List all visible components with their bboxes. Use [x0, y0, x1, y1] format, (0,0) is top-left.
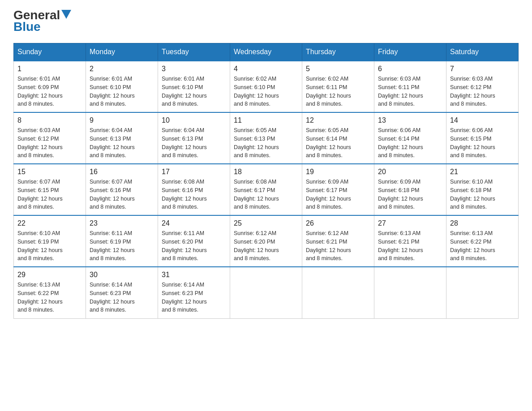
- day-number: 24: [162, 219, 226, 227]
- calendar-cell: 24 Sunrise: 6:11 AM Sunset: 6:20 PM Dayl…: [158, 215, 230, 267]
- day-info: Sunrise: 6:10 AM Sunset: 6:19 PM Dayligh…: [17, 229, 82, 263]
- day-info: Sunrise: 6:06 AM Sunset: 6:15 PM Dayligh…: [450, 126, 515, 160]
- calendar-cell: 8 Sunrise: 6:03 AM Sunset: 6:12 PM Dayli…: [14, 112, 86, 164]
- day-info: Sunrise: 6:08 AM Sunset: 6:16 PM Dayligh…: [162, 178, 226, 211]
- svg-marker-0: [61, 10, 71, 19]
- calendar-cell: 20 Sunrise: 6:09 AM Sunset: 6:18 PM Dayl…: [374, 164, 446, 215]
- week-row-1: 1 Sunrise: 6:01 AM Sunset: 6:09 PM Dayli…: [14, 61, 519, 112]
- calendar-cell: 12 Sunrise: 6:05 AM Sunset: 6:14 PM Dayl…: [302, 112, 374, 164]
- day-number: 11: [234, 116, 298, 124]
- day-info: Sunrise: 6:11 AM Sunset: 6:20 PM Dayligh…: [162, 229, 226, 263]
- calendar-cell: 7 Sunrise: 6:03 AM Sunset: 6:12 PM Dayli…: [446, 61, 519, 112]
- calendar-cell: 5 Sunrise: 6:02 AM Sunset: 6:11 PM Dayli…: [302, 61, 374, 112]
- day-number: 9: [90, 116, 154, 124]
- day-number: 2: [90, 65, 154, 73]
- day-info: Sunrise: 6:03 AM Sunset: 6:12 PM Dayligh…: [17, 126, 82, 160]
- week-row-2: 8 Sunrise: 6:03 AM Sunset: 6:12 PM Dayli…: [14, 112, 519, 164]
- day-number: 23: [90, 219, 154, 227]
- calendar-cell: 17 Sunrise: 6:08 AM Sunset: 6:16 PM Dayl…: [158, 164, 230, 215]
- day-info: Sunrise: 6:02 AM Sunset: 6:11 PM Dayligh…: [306, 75, 370, 108]
- day-number: 7: [450, 65, 515, 73]
- day-info: Sunrise: 6:03 AM Sunset: 6:12 PM Dayligh…: [450, 75, 515, 108]
- calendar-cell: 19 Sunrise: 6:09 AM Sunset: 6:17 PM Dayl…: [302, 164, 374, 215]
- calendar-cell: [230, 267, 302, 318]
- day-number: 6: [378, 65, 442, 73]
- week-row-3: 15 Sunrise: 6:07 AM Sunset: 6:15 PM Dayl…: [14, 164, 519, 215]
- day-number: 5: [306, 65, 370, 73]
- day-info: Sunrise: 6:01 AM Sunset: 6:10 PM Dayligh…: [90, 75, 154, 108]
- calendar-cell: 4 Sunrise: 6:02 AM Sunset: 6:10 PM Dayli…: [230, 61, 302, 112]
- day-number: 20: [378, 168, 442, 176]
- day-info: Sunrise: 6:13 AM Sunset: 6:22 PM Dayligh…: [450, 229, 515, 263]
- day-header-sunday: Sunday: [14, 43, 86, 61]
- day-number: 17: [162, 168, 226, 176]
- day-info: Sunrise: 6:01 AM Sunset: 6:09 PM Dayligh…: [17, 75, 82, 108]
- day-number: 3: [162, 65, 226, 73]
- day-info: Sunrise: 6:14 AM Sunset: 6:23 PM Dayligh…: [162, 281, 226, 314]
- calendar-cell: [302, 267, 374, 318]
- day-info: Sunrise: 6:02 AM Sunset: 6:10 PM Dayligh…: [234, 75, 298, 108]
- logo-triangle-icon: [61, 10, 71, 19]
- day-info: Sunrise: 6:11 AM Sunset: 6:19 PM Dayligh…: [90, 229, 154, 263]
- page-header: General Blue: [13, 9, 519, 34]
- day-number: 22: [17, 219, 82, 227]
- calendar-cell: 11 Sunrise: 6:05 AM Sunset: 6:13 PM Dayl…: [230, 112, 302, 164]
- day-info: Sunrise: 6:06 AM Sunset: 6:14 PM Dayligh…: [378, 126, 442, 160]
- day-info: Sunrise: 6:07 AM Sunset: 6:16 PM Dayligh…: [90, 178, 154, 211]
- day-number: 12: [306, 116, 370, 124]
- logo-blue: Blue: [13, 20, 41, 34]
- day-info: Sunrise: 6:10 AM Sunset: 6:18 PM Dayligh…: [450, 178, 515, 211]
- day-info: Sunrise: 6:04 AM Sunset: 6:13 PM Dayligh…: [90, 126, 154, 160]
- day-info: Sunrise: 6:12 AM Sunset: 6:21 PM Dayligh…: [306, 229, 370, 263]
- day-header-wednesday: Wednesday: [230, 43, 302, 61]
- day-number: 4: [234, 65, 298, 73]
- calendar-cell: [374, 267, 446, 318]
- calendar-cell: 9 Sunrise: 6:04 AM Sunset: 6:13 PM Dayli…: [86, 112, 158, 164]
- day-number: 27: [378, 219, 442, 227]
- day-number: 13: [378, 116, 442, 124]
- logo: General Blue: [13, 9, 71, 34]
- day-number: 26: [306, 219, 370, 227]
- day-number: 31: [162, 271, 226, 279]
- day-info: Sunrise: 6:13 AM Sunset: 6:21 PM Dayligh…: [378, 229, 442, 263]
- day-header-monday: Monday: [86, 43, 158, 61]
- week-row-4: 22 Sunrise: 6:10 AM Sunset: 6:19 PM Dayl…: [14, 215, 519, 267]
- day-info: Sunrise: 6:01 AM Sunset: 6:10 PM Dayligh…: [162, 75, 226, 108]
- calendar-cell: 29 Sunrise: 6:13 AM Sunset: 6:22 PM Dayl…: [14, 267, 86, 318]
- day-info: Sunrise: 6:05 AM Sunset: 6:13 PM Dayligh…: [234, 126, 298, 160]
- calendar-cell: 16 Sunrise: 6:07 AM Sunset: 6:16 PM Dayl…: [86, 164, 158, 215]
- day-info: Sunrise: 6:09 AM Sunset: 6:17 PM Dayligh…: [306, 178, 370, 211]
- day-info: Sunrise: 6:14 AM Sunset: 6:23 PM Dayligh…: [90, 281, 154, 314]
- calendar-cell: 31 Sunrise: 6:14 AM Sunset: 6:23 PM Dayl…: [158, 267, 230, 318]
- calendar-table: SundayMondayTuesdayWednesdayThursdayFrid…: [13, 43, 519, 319]
- day-number: 29: [17, 271, 82, 279]
- day-number: 10: [162, 116, 226, 124]
- day-header-friday: Friday: [374, 43, 446, 61]
- calendar-cell: 3 Sunrise: 6:01 AM Sunset: 6:10 PM Dayli…: [158, 61, 230, 112]
- calendar-cell: 1 Sunrise: 6:01 AM Sunset: 6:09 PM Dayli…: [14, 61, 86, 112]
- day-number: 28: [450, 219, 515, 227]
- day-number: 15: [17, 168, 82, 176]
- calendar-cell: 18 Sunrise: 6:08 AM Sunset: 6:17 PM Dayl…: [230, 164, 302, 215]
- calendar-header-row: SundayMondayTuesdayWednesdayThursdayFrid…: [14, 43, 519, 61]
- day-number: 21: [450, 168, 515, 176]
- day-info: Sunrise: 6:07 AM Sunset: 6:15 PM Dayligh…: [17, 178, 82, 211]
- day-header-tuesday: Tuesday: [158, 43, 230, 61]
- day-header-thursday: Thursday: [302, 43, 374, 61]
- calendar-cell: 23 Sunrise: 6:11 AM Sunset: 6:19 PM Dayl…: [86, 215, 158, 267]
- calendar-cell: 22 Sunrise: 6:10 AM Sunset: 6:19 PM Dayl…: [14, 215, 86, 267]
- calendar-cell: 13 Sunrise: 6:06 AM Sunset: 6:14 PM Dayl…: [374, 112, 446, 164]
- calendar-cell: 14 Sunrise: 6:06 AM Sunset: 6:15 PM Dayl…: [446, 112, 519, 164]
- calendar-cell: [446, 267, 519, 318]
- calendar-cell: 21 Sunrise: 6:10 AM Sunset: 6:18 PM Dayl…: [446, 164, 519, 215]
- day-number: 19: [306, 168, 370, 176]
- week-row-5: 29 Sunrise: 6:13 AM Sunset: 6:22 PM Dayl…: [14, 267, 519, 318]
- calendar-cell: 27 Sunrise: 6:13 AM Sunset: 6:21 PM Dayl…: [374, 215, 446, 267]
- day-header-saturday: Saturday: [446, 43, 519, 61]
- day-info: Sunrise: 6:13 AM Sunset: 6:22 PM Dayligh…: [17, 281, 82, 314]
- calendar-cell: 2 Sunrise: 6:01 AM Sunset: 6:10 PM Dayli…: [86, 61, 158, 112]
- calendar-cell: 30 Sunrise: 6:14 AM Sunset: 6:23 PM Dayl…: [86, 267, 158, 318]
- day-number: 16: [90, 168, 154, 176]
- day-info: Sunrise: 6:09 AM Sunset: 6:18 PM Dayligh…: [378, 178, 442, 211]
- calendar-cell: 28 Sunrise: 6:13 AM Sunset: 6:22 PM Dayl…: [446, 215, 519, 267]
